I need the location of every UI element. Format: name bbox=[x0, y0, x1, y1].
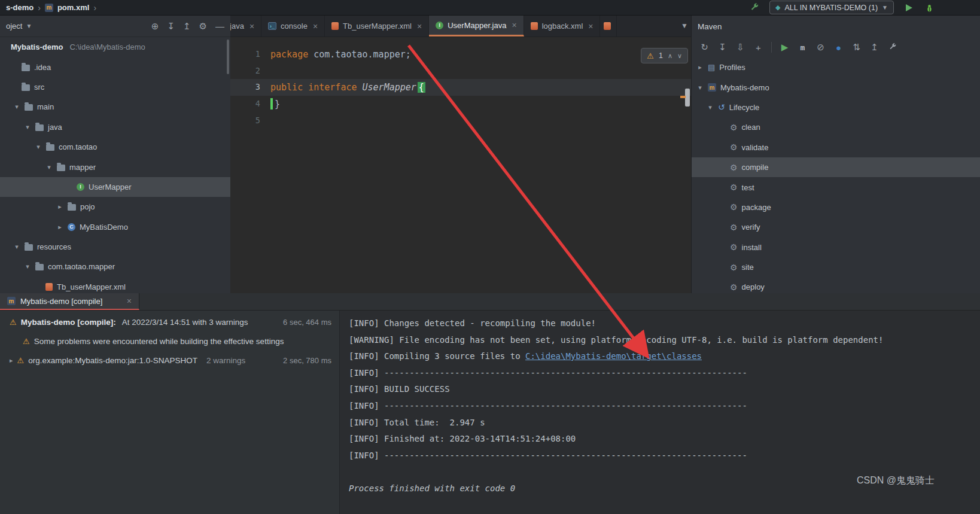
expand-all-icon[interactable]: ↥ bbox=[183, 21, 191, 32]
wrench-icon[interactable] bbox=[749, 2, 760, 13]
maven-goal-test[interactable]: ⚙ test bbox=[692, 177, 980, 197]
build-artifact-row[interactable]: ▸ ⚠ org.example:Mybatis-demo:jar:1.0-SNA… bbox=[0, 351, 339, 370]
tab-no-java[interactable]: no.java × bbox=[230, 16, 261, 37]
build-row-time: 2 sec, 780 ms bbox=[283, 356, 331, 365]
tree-item-project-root[interactable]: Mybatis-demo C:\idea\Mybatis-demo bbox=[0, 37, 230, 57]
build-root-row[interactable]: ⚠ Mybatis-demo [compile]: At 2022/3/14 1… bbox=[0, 312, 339, 331]
maven-item-project[interactable]: ▾ m Mybatis-demo bbox=[692, 77, 980, 97]
add-icon[interactable]: + bbox=[753, 42, 763, 53]
breadcrumb-project[interactable]: s-demo bbox=[6, 3, 34, 12]
build-warning-row[interactable]: ⚠ Some problems were encountered while b… bbox=[0, 331, 339, 351]
run-button[interactable] bbox=[903, 2, 914, 13]
tree-item-usermapper[interactable]: I UserMapper bbox=[0, 177, 230, 197]
offline-mode-icon[interactable]: ● bbox=[833, 42, 844, 53]
tab-tb-usermapper-xml[interactable]: Tb_userMapper.xml × bbox=[325, 16, 429, 37]
locate-file-icon[interactable]: ⊕ bbox=[151, 21, 159, 32]
tree-item-java[interactable]: ▾ java bbox=[0, 117, 230, 137]
run-maven-icon[interactable]: ▶ bbox=[780, 42, 790, 53]
project-header-label[interactable]: oject bbox=[6, 22, 22, 31]
chevron-down-icon[interactable]: ▾ bbox=[24, 263, 31, 270]
project-scrollbar-thumb[interactable] bbox=[227, 39, 229, 74]
editor-scrollbar-thumb[interactable] bbox=[685, 89, 690, 107]
chevron-down-icon[interactable]: ▾ bbox=[13, 243, 20, 251]
tree-item-label: Tb_userMapper.xml bbox=[57, 282, 126, 291]
console-line: [INFO] Changes detected - recompiling th… bbox=[349, 315, 980, 332]
collapse-all-icon[interactable]: ↥ bbox=[869, 42, 879, 53]
maven-goal-site[interactable]: ⚙ site bbox=[692, 257, 980, 277]
prev-warning-icon[interactable]: ∧ bbox=[668, 52, 672, 60]
inspections-widget[interactable]: ⚠ 1 ∧ ∨ bbox=[641, 48, 688, 63]
tab-usermapper-java[interactable]: I UserMapper.java × bbox=[429, 16, 524, 37]
chevron-down-icon[interactable]: ▾ bbox=[35, 143, 42, 151]
class-icon: C bbox=[68, 223, 75, 231]
tree-item-main[interactable]: ▾ main bbox=[0, 97, 230, 117]
close-icon[interactable]: × bbox=[512, 20, 516, 30]
classes-path-link[interactable]: C:\idea\Mybatis-demo\target\classes bbox=[525, 351, 702, 361]
maven-module-icon: m bbox=[7, 297, 16, 305]
maven-module-icon: m bbox=[708, 83, 716, 92]
tree-item-com-taotao[interactable]: ▾ com.taotao bbox=[0, 137, 230, 157]
maven-goal-verify[interactable]: ⚙ verify bbox=[692, 217, 980, 237]
chevron-down-icon[interactable]: ▾ bbox=[707, 104, 714, 111]
package-icon bbox=[68, 204, 76, 211]
maven-item-lifecycle[interactable]: ▾ ↺ Lifecycle bbox=[692, 98, 980, 117]
error-stripe-mark[interactable] bbox=[680, 96, 686, 98]
maven-goal-install[interactable]: ⚙ install bbox=[692, 238, 980, 257]
close-icon[interactable]: × bbox=[249, 22, 254, 31]
refresh-icon[interactable]: ↻ bbox=[699, 42, 710, 53]
show-dependencies-icon[interactable]: ⇅ bbox=[851, 42, 862, 53]
maven-settings-icon[interactable] bbox=[887, 43, 897, 51]
folder-icon bbox=[22, 84, 30, 91]
maven-tool-window: ↻ ↧ ⇩ + ▶ m ⊘ ● ⇅ ↥ ▸ ▤ Profiles ▾ m Myb… bbox=[691, 37, 980, 293]
maven-goal-deploy[interactable]: ⚙ deploy bbox=[692, 277, 980, 293]
debug-button[interactable] bbox=[924, 2, 935, 13]
run-config-select[interactable]: ◆ ALL IN MYBATIS-DEMO (1) ▼ bbox=[769, 1, 894, 14]
tree-item-pojo[interactable]: ▸ pojo bbox=[0, 197, 230, 217]
chevron-down-icon[interactable]: ▾ bbox=[45, 163, 53, 171]
chevron-down-icon[interactable]: ▾ bbox=[24, 123, 31, 131]
maven-item-profiles[interactable]: ▸ ▤ Profiles bbox=[692, 57, 980, 77]
tab-logback-xml[interactable]: logback.xml × bbox=[524, 16, 601, 37]
chevron-down-icon[interactable]: ▾ bbox=[696, 84, 704, 92]
close-icon[interactable]: × bbox=[313, 22, 318, 31]
code-line bbox=[230, 63, 691, 80]
chevron-down-icon[interactable]: ▾ bbox=[13, 103, 20, 111]
tree-item-src[interactable]: src bbox=[0, 77, 230, 97]
breadcrumb-file[interactable]: pom.xml bbox=[57, 3, 89, 12]
tree-item-com-taotao-mapper[interactable]: ▾ com.taotao.mapper bbox=[0, 257, 230, 276]
close-icon[interactable]: × bbox=[127, 296, 132, 306]
tree-item-idea[interactable]: .idea bbox=[0, 57, 230, 77]
chevron-right-icon[interactable]: ▸ bbox=[696, 63, 704, 71]
console-line: [INFO] ---------------------------------… bbox=[349, 448, 980, 464]
maven-goal-package[interactable]: ⚙ package bbox=[692, 197, 980, 217]
close-icon[interactable]: × bbox=[417, 22, 422, 31]
collapse-all-icon[interactable]: ↧ bbox=[167, 21, 175, 32]
download-sources-icon[interactable]: ↧ bbox=[717, 42, 728, 53]
tree-item-mybatisdemo[interactable]: ▸ C MyBatisDemo bbox=[0, 217, 230, 237]
tab-mybatis-demo-compile[interactable]: m Mybatis-demo [compile] × bbox=[0, 293, 139, 310]
tab-partial[interactable] bbox=[600, 16, 617, 37]
maven-goal-clean[interactable]: ⚙ clean bbox=[692, 117, 980, 137]
chevron-right-icon[interactable]: ▸ bbox=[56, 223, 63, 231]
tab-console[interactable]: ›_ console × bbox=[261, 16, 325, 37]
maven-goal-compile[interactable]: ⚙ compile bbox=[692, 157, 980, 177]
interface-name: UserMapper bbox=[357, 82, 416, 93]
hide-panel-icon[interactable]: — bbox=[215, 21, 224, 31]
code-editor[interactable]: package com.taotao.mapper; public interf… bbox=[230, 37, 691, 293]
log-level: [INFO] bbox=[349, 418, 379, 427]
skip-tests-icon[interactable]: ⊘ bbox=[815, 42, 826, 53]
tree-item-resources[interactable]: ▾ resources bbox=[0, 237, 230, 257]
close-icon[interactable]: × bbox=[588, 22, 593, 31]
tree-item-label: com.taotao bbox=[59, 142, 97, 151]
hidden-tabs-chevron-icon[interactable]: ▼ bbox=[681, 22, 688, 30]
build-row-text: At 2022/3/14 14:51 with 3 warnings bbox=[120, 318, 248, 327]
chevron-right-icon[interactable]: ▸ bbox=[10, 357, 13, 364]
tree-item-mapper[interactable]: ▾ mapper bbox=[0, 157, 230, 177]
execute-goal-icon[interactable]: m bbox=[798, 43, 808, 52]
next-warning-icon[interactable]: ∨ bbox=[677, 52, 682, 60]
gear-icon[interactable]: ⚙ bbox=[199, 21, 207, 32]
chevron-right-icon[interactable]: ▸ bbox=[56, 203, 63, 211]
maven-goal-validate[interactable]: ⚙ validate bbox=[692, 138, 980, 157]
download-icon[interactable]: ⇩ bbox=[735, 42, 745, 53]
tree-item-tb-usermapper-xml[interactable]: Tb_userMapper.xml bbox=[0, 277, 230, 293]
